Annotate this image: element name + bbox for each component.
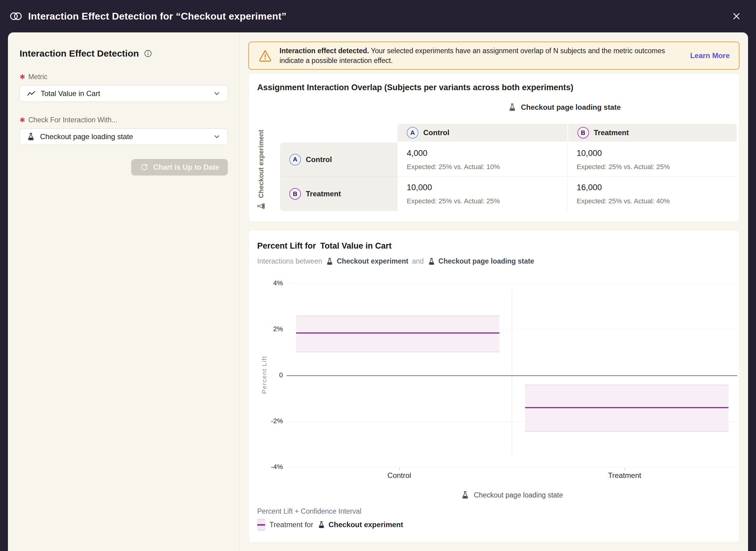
- column-header-treatment: B Treatment: [567, 124, 737, 142]
- close-icon: [732, 12, 741, 21]
- interaction-field-label: ✱ Check For Interaction With...: [20, 116, 228, 124]
- legend-title: Percent Lift + Confidence Interval: [257, 507, 362, 516]
- info-icon[interactable]: [144, 49, 152, 58]
- expected-vs-actual: Expected: 25% vs. Actual: 25%: [577, 163, 737, 171]
- metric-icon: [27, 89, 36, 98]
- x-axis-tick: [399, 467, 400, 470]
- column-experiment-label: Checkout page loading state: [398, 103, 731, 112]
- variant-a-badge: A: [407, 127, 418, 138]
- lift-plot-area: [287, 284, 737, 467]
- expected-vs-actual: Expected: 25% vs. Actual: 40%: [577, 197, 737, 205]
- variant-a-badge: A: [289, 154, 301, 165]
- interaction-experiment-select[interactable]: Checkout page loading state: [20, 128, 228, 145]
- confidence-band-control: [296, 316, 499, 352]
- results-pane: Interaction effect detected. Your select…: [240, 32, 748, 551]
- expected-vs-actual: Expected: 25% vs. Actual: 10%: [407, 163, 567, 171]
- lift-line: [296, 333, 499, 334]
- chevron-down-icon: [213, 133, 221, 141]
- panel-title: Interaction Effect Detection: [20, 48, 139, 59]
- variant-b-badge: B: [578, 127, 589, 138]
- dialog-body: Interaction Effect Detection ✱ Metric To…: [8, 32, 748, 551]
- overlap-cell: 4,000 Expected: 25% vs. Actual: 10%: [398, 142, 567, 177]
- flask-icon: [257, 202, 266, 210]
- x-axis-tick: [625, 467, 625, 470]
- flask-icon: [326, 257, 334, 265]
- required-asterisk: ✱: [20, 116, 25, 124]
- assignment-overlap-card: Assignment Interaction Overlap (Subjects…: [248, 73, 739, 222]
- chart-up-to-date-button[interactable]: Chart is Up to Date: [131, 159, 228, 175]
- metric-select-value: Total Value in Cart: [41, 89, 208, 98]
- flask-icon: [508, 103, 516, 112]
- warning-icon: [258, 49, 272, 63]
- lift-line: [525, 407, 729, 408]
- chart-subtitle: Interactions between Checkout experiment…: [257, 257, 534, 265]
- flask-icon: [428, 257, 435, 265]
- chart-title: Percent Lift forTotal Value in Cart: [257, 241, 392, 251]
- chevron-down-icon: [213, 90, 221, 97]
- zero-baseline: [287, 375, 737, 376]
- interaction-select-value: Checkout page loading state: [40, 132, 208, 141]
- subject-count: 10,000: [407, 183, 567, 192]
- flask-icon: [27, 132, 35, 141]
- y-axis-label: Percent Lift: [260, 328, 269, 422]
- subject-count: 4,000: [407, 149, 567, 158]
- interaction-effect-dialog: Interaction Effect Detection for “Checko…: [0, 0, 756, 551]
- config-panel: Interaction Effect Detection ✱ Metric To…: [8, 32, 240, 551]
- refresh-icon: [140, 163, 149, 172]
- percent-lift-card: Percent Lift forTotal Value in Cart Inte…: [248, 230, 739, 543]
- overlap-table: A Control B Treatment A Control 4,000 Ex…: [280, 124, 737, 211]
- close-button[interactable]: [730, 9, 743, 23]
- metric-select[interactable]: Total Value in Cart: [20, 85, 228, 102]
- required-asterisk: ✱: [20, 73, 25, 81]
- dialog-title: Interaction Effect Detection for “Checko…: [28, 11, 287, 22]
- row-header-control: A Control: [280, 142, 398, 177]
- subject-count: 16,000: [577, 183, 737, 192]
- variant-b-badge: B: [289, 188, 301, 200]
- corner-cell: [280, 124, 398, 142]
- learn-more-link[interactable]: Learn More: [690, 51, 730, 60]
- subject-count: 10,000: [577, 149, 737, 158]
- legend-experiment: Checkout experiment: [318, 520, 403, 529]
- flask-icon: [318, 521, 325, 529]
- overlap-cell: 16,000 Expected: 25% vs. Actual: 40%: [567, 177, 737, 211]
- experiment-a-chip: Checkout experiment: [326, 257, 408, 265]
- overlap-cell: 10,000 Expected: 25% vs. Actual: 25%: [567, 142, 737, 177]
- overlap-title: Assignment Interaction Overlap (Subjects…: [257, 83, 574, 92]
- overlap-cell: 10,000 Expected: 25% vs. Actual: 25%: [398, 177, 567, 211]
- x-axis-labels: Control Treatment: [287, 471, 737, 480]
- confidence-interval-swatch: [257, 519, 265, 531]
- column-header-control: A Control: [398, 124, 567, 142]
- confidence-band-treatment: [525, 385, 729, 432]
- metric-field-label: ✱ Metric: [20, 73, 228, 81]
- expected-vs-actual: Expected: 25% vs. Actual: 25%: [407, 197, 567, 205]
- dialog-header: Interaction Effect Detection for “Checko…: [0, 0, 756, 32]
- experiment-b-chip: Checkout page loading state: [428, 257, 534, 265]
- warning-message: Interaction effect detected. Your select…: [280, 46, 683, 65]
- interaction-warning-banner: Interaction effect detected. Your select…: [248, 42, 739, 70]
- chart-title-metric: Total Value in Cart: [320, 241, 392, 250]
- flask-icon: [461, 491, 469, 499]
- venn-overlap-icon: [9, 11, 23, 21]
- row-header-treatment: B Treatment: [280, 177, 398, 211]
- x-axis-title: Checkout page loading state: [287, 491, 737, 499]
- category-divider: [512, 290, 512, 456]
- row-experiment-label: Checkout experiment: [256, 129, 266, 211]
- legend-item: Treatment for Checkout experiment: [257, 519, 403, 531]
